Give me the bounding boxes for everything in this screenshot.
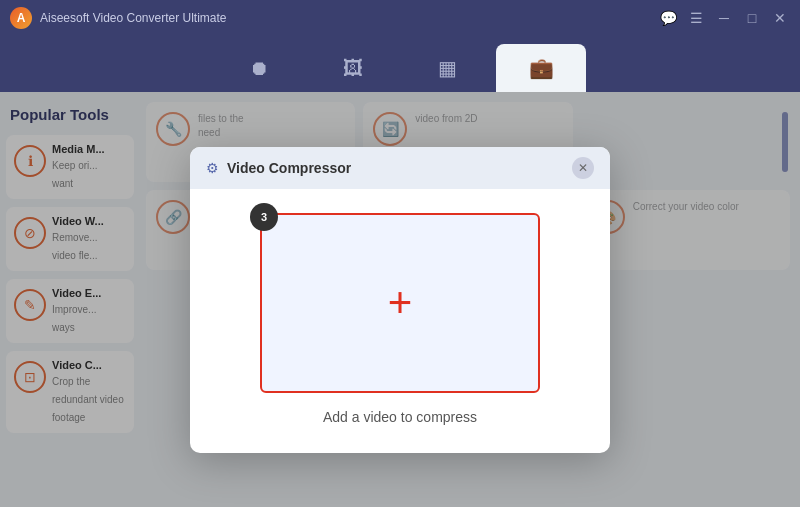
nav-bar: ⏺ 🖼 ▦ 💼 — [0, 36, 800, 92]
minimize-icon[interactable]: ─ — [714, 8, 734, 28]
drop-zone-badge: 3 — [250, 203, 278, 231]
modal-header-icon: ⚙ — [206, 160, 219, 176]
modal-close-button[interactable]: ✕ — [572, 157, 594, 179]
close-icon[interactable]: ✕ — [770, 8, 790, 28]
toolbox-icon: 💼 — [529, 56, 554, 80]
nav-item-enhance[interactable]: 🖼 — [308, 44, 398, 92]
enhance-icon: 🖼 — [343, 57, 363, 80]
video-compressor-modal: ⚙ Video Compressor ✕ 3 + Add a video to … — [190, 147, 610, 453]
drop-zone-wrapper: 3 + — [260, 213, 540, 393]
main-area: Popular Tools ℹ Media M... Keep ori...wa… — [0, 92, 800, 507]
modal-header: ⚙ Video Compressor ✕ — [190, 147, 610, 189]
convert-icon: ⏺ — [249, 57, 269, 80]
menu-icon[interactable]: ☰ — [686, 8, 706, 28]
nav-item-toolbox[interactable]: 💼 — [496, 44, 586, 92]
add-video-plus-icon: + — [388, 282, 413, 324]
nav-item-edit[interactable]: ▦ — [402, 44, 492, 92]
maximize-icon[interactable]: □ — [742, 8, 762, 28]
title-bar: A Aiseesoft Video Converter Ultimate 💬 ☰… — [0, 0, 800, 36]
modal-body: 3 + Add a video to compress — [190, 189, 610, 453]
app-logo: A — [10, 7, 32, 29]
app-title: Aiseesoft Video Converter Ultimate — [40, 11, 227, 25]
drop-zone-label: Add a video to compress — [323, 409, 477, 425]
nav-item-convert[interactable]: ⏺ — [214, 44, 304, 92]
modal-overlay: ⚙ Video Compressor ✕ 3 + Add a video to … — [0, 92, 800, 507]
edit-icon: ▦ — [438, 56, 457, 80]
chat-icon[interactable]: 💬 — [658, 8, 678, 28]
modal-title: Video Compressor — [227, 160, 564, 176]
window-controls: 💬 ☰ ─ □ ✕ — [658, 8, 790, 28]
drop-zone[interactable]: + — [260, 213, 540, 393]
